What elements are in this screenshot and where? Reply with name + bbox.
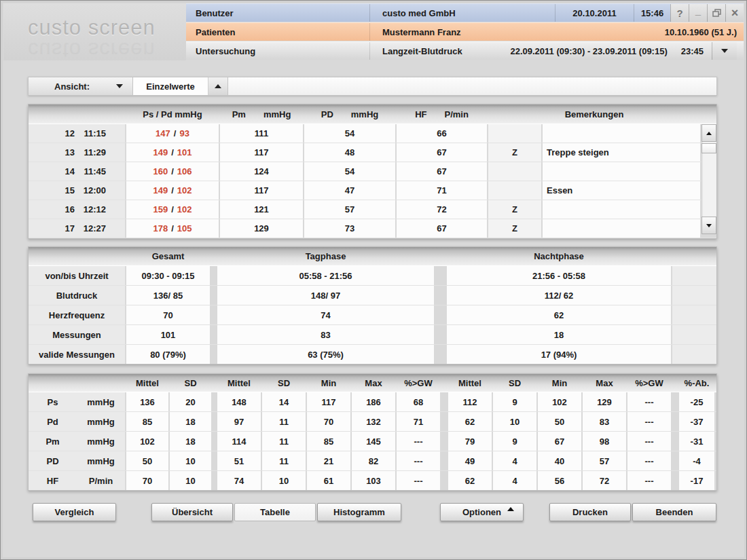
z-flag-cell: Z	[488, 219, 541, 238]
app-logo-reflection: custo screen	[28, 37, 156, 60]
exam-section-button[interactable]: Untersuchung	[186, 42, 369, 60]
ps-pd-cell: 149/102	[126, 181, 219, 200]
stat-value: -17	[679, 471, 714, 490]
header-gesamt: Gesamt	[126, 251, 210, 261]
pm-cell: 129	[220, 219, 303, 238]
restore-button[interactable]	[707, 4, 725, 22]
phase-row-label: Messungen	[29, 325, 125, 344]
stat-value: 103	[352, 471, 395, 490]
stat-value: ---	[397, 471, 440, 490]
exam-dropdown-button[interactable]	[712, 42, 737, 60]
stat-value: 67	[538, 432, 581, 451]
z-flag-cell: Z	[488, 143, 541, 162]
view-value: Einzelwerte	[133, 77, 208, 95]
stat-value: 72	[583, 471, 626, 490]
minimize-button[interactable]: _	[689, 4, 707, 22]
scrollbar-thumb[interactable]	[702, 143, 716, 153]
stats-row-label: PsmmHg	[29, 392, 125, 411]
table-row[interactable]: 1712:27 178/105 129 73 67 Z	[29, 219, 716, 238]
stats-row: PdmmHg 85 18 97 11 70 132 71 62 10 50 83…	[29, 412, 716, 432]
hf-cell: 66	[397, 124, 487, 143]
view-collapse-button[interactable]	[208, 77, 228, 95]
app-header: custo screen custo screen Benutzer custo…	[3, 3, 744, 60]
gesamt-value: 70	[126, 305, 210, 324]
hf-cell: 67	[397, 219, 487, 238]
scrollbar[interactable]	[702, 124, 716, 234]
gesamt-value: 09:30 - 09:15	[126, 266, 210, 285]
table-row[interactable]: 1612:12 159/102 121 57 72 Z	[29, 200, 716, 219]
remark-cell	[543, 162, 700, 181]
stat-value: 71	[397, 412, 440, 431]
close-button[interactable]: ×	[725, 4, 744, 22]
arrow-up-icon	[706, 132, 712, 135]
table-row[interactable]: 1411:45 160/106 124 54 67	[29, 162, 716, 181]
patient-section-button[interactable]: Patienten	[186, 23, 369, 41]
stat-value: 83	[583, 412, 626, 431]
scroll-up-button[interactable]	[702, 124, 716, 142]
header-gw: %>GW	[397, 378, 440, 388]
z-flag-cell	[488, 162, 541, 181]
histogramm-button[interactable]: Histogramm	[317, 503, 401, 521]
stats-table-header: Mittel SD Mittel SD Min Max %>GW Mittel …	[29, 374, 716, 392]
tag-value: 05:58 - 21:56	[217, 266, 434, 285]
arrow-down-icon	[706, 224, 712, 227]
table-row[interactable]: 1311:29 149/101 117 48 67 Z Treppe steig…	[29, 143, 716, 162]
tabelle-button[interactable]: Tabelle	[234, 503, 316, 521]
scroll-down-button[interactable]	[702, 217, 716, 234]
stat-value: 82	[352, 451, 395, 470]
stat-value: 20	[170, 392, 211, 411]
chevron-up-icon	[507, 507, 514, 511]
stats-row-label: PmmmHg	[29, 432, 125, 451]
empty-cell	[672, 325, 716, 344]
stats-row: HFP/min 70 10 74 10 61 103 --- 62 4 56 7…	[29, 471, 716, 490]
pm-cell: 111	[220, 124, 303, 143]
stat-value: 4	[493, 451, 536, 470]
ps-pd-cell: 159/102	[126, 200, 219, 219]
help-button[interactable]: ?	[670, 4, 689, 22]
ps-pd-cell: 149/101	[126, 143, 219, 162]
ps-pd-cell: 178/105	[126, 219, 219, 238]
vergleich-button[interactable]: Vergleich	[33, 503, 116, 521]
chevron-down-icon	[721, 49, 728, 53]
gesamt-value: 101	[126, 325, 210, 344]
z-flag-cell: Z	[488, 200, 541, 219]
optionen-button[interactable]: Optionen	[440, 503, 524, 521]
header-row-patient: Patienten Mustermann Franz 10.10.1960 (5…	[186, 22, 744, 41]
stat-value: -25	[679, 392, 714, 411]
user-section-button[interactable]: Benutzer	[186, 4, 369, 22]
stat-value: 98	[583, 432, 626, 451]
header-min: Min	[307, 378, 350, 388]
drucken-button[interactable]: Drucken	[549, 503, 631, 521]
hf-cell: 71	[397, 181, 487, 200]
stat-value: 10	[493, 412, 536, 431]
nacht-value: 62	[447, 305, 671, 324]
stat-value: 10	[170, 471, 211, 490]
stat-value: 10	[170, 451, 211, 470]
stat-value: ---	[397, 432, 440, 451]
logo-panel: custo screen custo screen	[3, 3, 186, 60]
z-flag-cell	[488, 181, 541, 200]
nacht-value: 112/ 62	[447, 286, 671, 305]
stat-value: ---	[627, 432, 671, 451]
patient-birthdate: 10.10.1960 (51 J.)	[665, 27, 737, 37]
pm-cell: 117	[220, 181, 303, 200]
phase-row: Messungen 101 83 18	[29, 325, 716, 345]
beenden-button[interactable]: Beenden	[632, 503, 716, 521]
gesamt-value: 80 (79%)	[126, 345, 210, 364]
measurements-table-body: 1211:15 147/93 111 54 66 1311:29 149/101…	[29, 124, 716, 238]
remark-cell: Treppe steigen	[543, 143, 700, 162]
restore-icon	[712, 9, 721, 17]
ansicht-dropdown[interactable]: Ansicht:	[29, 77, 133, 95]
stat-value: 132	[352, 412, 395, 431]
stat-value: 97	[217, 412, 261, 431]
header-sd: SD	[170, 378, 211, 388]
stat-value: 18	[170, 412, 211, 431]
stats-row-label: PdmmHg	[29, 412, 125, 431]
stat-value: 102	[538, 392, 581, 411]
table-row[interactable]: 1512:00 149/102 117 47 71 Essen	[29, 181, 716, 200]
tag-value: 74	[217, 305, 434, 324]
table-row[interactable]: 1211:15 147/93 111 54 66	[29, 124, 716, 143]
stat-value: -4	[679, 451, 714, 470]
uebersicht-button[interactable]: Übersicht	[151, 503, 233, 521]
header-max: Max	[352, 378, 395, 388]
